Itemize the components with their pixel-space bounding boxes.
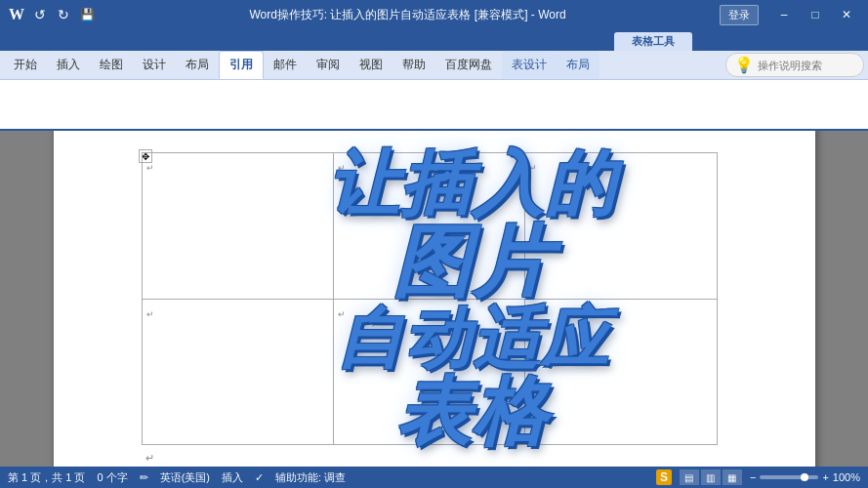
zoom-thumb xyxy=(801,473,808,481)
status-bar-right: S ▤ ▥ ▦ − + 100% xyxy=(656,469,860,485)
redo-button[interactable]: ↻ xyxy=(55,6,72,23)
table-cell-r1c3: ↵ xyxy=(525,153,717,300)
login-button[interactable]: 登录 xyxy=(720,5,759,25)
minimize-button[interactable]: – xyxy=(770,4,798,25)
accessibility-icon: ✓ xyxy=(255,471,264,484)
table-cell-r2c2: ↵ xyxy=(333,299,524,445)
page-count: 第 1 页，共 1 页 xyxy=(8,470,85,485)
word-logo: W xyxy=(8,6,25,23)
zoom-in-btn[interactable]: + xyxy=(822,471,828,483)
tab-table-layout[interactable]: 布局 xyxy=(557,51,599,79)
ribbon-search-box[interactable]: 💡 xyxy=(725,53,864,77)
tab-insert[interactable]: 插入 xyxy=(47,51,90,79)
view-web-btn[interactable]: ▥ xyxy=(701,469,721,485)
table-cell-r1c1: ↵ xyxy=(142,153,333,300)
status-bar: 第 1 页，共 1 页 0 个字 ✏ 英语(美国) 插入 ✓ 辅助功能: 调查 … xyxy=(0,467,868,488)
cell-arrow: ↵ xyxy=(146,309,154,319)
search-hint-icon: 💡 xyxy=(734,56,754,74)
context-tab-table-tools[interactable]: 表格工具 xyxy=(614,32,692,51)
view-print-btn[interactable]: ▤ xyxy=(680,469,699,485)
ribbon-placeholder xyxy=(8,99,19,110)
tab-layout[interactable]: 布局 xyxy=(176,51,219,79)
tab-table-design[interactable]: 表设计 xyxy=(502,51,557,79)
table-cell-r2c1: ↵ xyxy=(142,299,333,445)
undo-button[interactable]: ↺ xyxy=(31,6,49,23)
zoom-out-btn[interactable]: − xyxy=(750,471,756,483)
zoom-slider[interactable] xyxy=(760,475,818,479)
tab-design[interactable]: 设计 xyxy=(133,51,176,79)
title-bar: W ↺ ↻ 💾 Word操作技巧: 让插入的图片自动适应表格 [兼容模式] - … xyxy=(0,0,868,29)
zoom-area: − + 100% xyxy=(750,471,860,483)
cell-arrow: ↵ xyxy=(338,309,346,319)
wps-logo: S xyxy=(656,469,672,485)
tab-review[interactable]: 审阅 xyxy=(307,51,350,79)
context-tab-bar: 表格工具 xyxy=(0,29,868,51)
table-cell-r2c3: ↵ xyxy=(525,299,717,445)
word-table: ↵ ↵ ↵ ↵ ↵ ↵ xyxy=(142,152,718,445)
search-input[interactable] xyxy=(758,60,855,71)
language: 英语(美国) xyxy=(160,470,210,485)
tab-help[interactable]: 帮助 xyxy=(393,51,435,79)
zoom-level: 100% xyxy=(833,471,860,483)
tab-references[interactable]: 引用 xyxy=(219,51,264,79)
save-button[interactable]: 💾 xyxy=(78,6,96,23)
tab-baidu[interactable]: 百度网盘 xyxy=(435,51,502,79)
tab-view[interactable]: 视图 xyxy=(350,51,393,79)
tab-draw[interactable]: 绘图 xyxy=(90,51,133,79)
cell-arrow: ↵ xyxy=(529,309,537,319)
ribbon-content xyxy=(0,80,868,131)
view-read-btn[interactable]: ▦ xyxy=(723,469,742,485)
word-count: 0 个字 xyxy=(97,470,127,485)
title-bar-right: 登录 – □ ✕ xyxy=(720,4,860,25)
ribbon-tabs: 开始 插入 绘图 设计 布局 引用 邮件 审阅 视图 帮助 百度网盘 表设计 布… xyxy=(0,51,868,80)
cell-arrow: ↵ xyxy=(146,163,154,173)
insert-mode: 插入 xyxy=(222,470,243,485)
accessibility-label: 辅助功能: 调查 xyxy=(275,470,346,485)
tab-home[interactable]: 开始 xyxy=(4,51,47,79)
close-button[interactable]: ✕ xyxy=(833,4,860,25)
paragraph-mark: ↵ xyxy=(145,452,154,465)
window-title: Word操作技巧: 让插入的图片自动适应表格 [兼容模式] - Word xyxy=(96,7,720,23)
cell-arrow: ↵ xyxy=(529,163,537,173)
tab-mailings[interactable]: 邮件 xyxy=(264,51,307,79)
table-cell-r1c2: ↵ xyxy=(333,153,524,300)
maximize-button[interactable]: □ xyxy=(802,4,829,25)
document-page: ✥ ↵ ↵ ↵ ↵ ↵ ↵ 让插入的 图片 自动适应 表格 xyxy=(54,131,815,467)
edit-mode-icon: ✏ xyxy=(140,471,148,484)
cell-arrow: ↵ xyxy=(338,163,346,173)
view-buttons: ▤ ▥ ▦ xyxy=(680,469,742,485)
document-area: ✥ ↵ ↵ ↵ ↵ ↵ ↵ 让插入的 图片 自动适应 表格 xyxy=(0,131,868,467)
title-bar-left: W ↺ ↻ 💾 xyxy=(8,6,96,23)
